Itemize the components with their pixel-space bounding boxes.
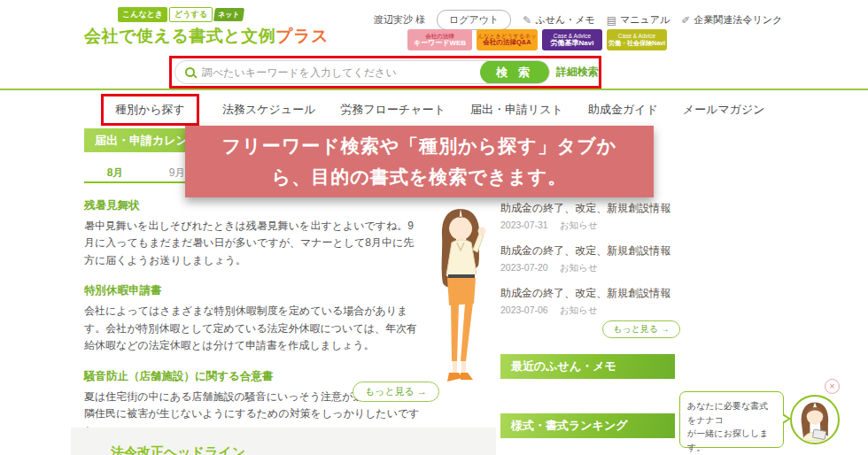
manual-icon: ▤ xyxy=(607,14,616,27)
logout-button[interactable]: ログアウト xyxy=(437,10,511,30)
news-more-button[interactable]: もっと見る → xyxy=(602,320,680,338)
news-title[interactable]: 助成金の終了、改定、新規創設情報 xyxy=(500,243,675,258)
nav-tab-legal-schedule[interactable]: 法務スケジュール xyxy=(222,93,316,127)
nav-tab-search-by-type[interactable]: 種別から探す xyxy=(101,94,199,126)
news-category: お知らせ xyxy=(560,305,598,315)
quick-link-manual-label: マニュアル xyxy=(620,13,670,27)
service-button-keyword-web[interactable]: 会社の法律 キーワードWEB xyxy=(407,29,472,50)
service-button-line2: 労働基準Navi xyxy=(551,39,594,47)
news-category: お知らせ xyxy=(560,262,598,273)
service-button-line2: 会社の法律Q&A xyxy=(483,39,531,47)
quick-link-law-label: 企業関連法令リンク xyxy=(694,13,782,27)
footer-headline: 法令改正ヘッドライン xyxy=(111,444,245,455)
service-button-line1: 会社の法律 xyxy=(425,33,454,39)
user-row: 渡辺実沙 様 ログアウト ✎ ふせん・メモ ▤ マニュアル ✐ 企業関連法令リン… xyxy=(374,10,782,30)
news-list: 助成金の終了、改定、新規創設情報 2023-07-31 お知らせ 助成金の終了、… xyxy=(500,201,675,328)
search-button[interactable]: 検 索 xyxy=(480,60,549,84)
logo-badge: こんなとき どうする ネット xyxy=(118,7,329,22)
quick-link-fusen[interactable]: ✎ ふせん・メモ xyxy=(523,13,594,27)
quick-link-fusen-label: ふせん・メモ xyxy=(535,13,594,27)
assistant-bubble-line2: が一緒にお探しします。 xyxy=(687,427,776,454)
nav-tab-labor-flowchart[interactable]: 労務フローチャート xyxy=(340,93,446,127)
advanced-search-link[interactable]: 詳細検索 xyxy=(556,65,599,80)
header-separator xyxy=(0,89,868,90)
service-button-line2: 労働・社会保険Navi xyxy=(608,40,665,47)
tutorial-overlay-line2: ら、目的の書式を検索できます。 xyxy=(272,162,567,193)
news-date: 2023-07-31 xyxy=(500,220,548,230)
site-title-main: 会社で使える書式と文例 xyxy=(84,27,275,45)
quick-link-law[interactable]: ✐ 企業関連法令リンク xyxy=(681,13,782,27)
entry-body: 暑中見舞いを出しそびれたときは残暑見舞いを出すとよいですね。9月に入ってもまだま… xyxy=(84,218,421,269)
site-logo[interactable]: こんなとき どうする ネット 会社で使える書式と文例プラス xyxy=(84,7,329,48)
woman-illustration xyxy=(423,204,498,395)
service-button-insurance-navi[interactable]: Case & Advice 労働・社会保険Navi xyxy=(607,29,667,50)
assistant-bubble-line1: あなたに必要な書式をナナコ xyxy=(687,399,776,427)
page: こんなとき どうする ネット 会社で使える書式と文例プラス 渡辺実沙 様 ログア… xyxy=(0,0,868,455)
news-date: 2023-07-20 xyxy=(500,262,548,273)
footer-section: 法令改正ヘッドライン xyxy=(71,428,496,455)
calendar-entry: 特別休暇申請書 会社によってはさまざまな特別休暇制度を定めている場合があります。… xyxy=(84,283,421,354)
calendar-entry: 残暑見舞状 暑中見舞いを出しそびれたときは残暑見舞いを出すとよいですね。9月に入… xyxy=(84,198,421,269)
service-buttons: 会社の法律 キーワードWEB こんなときどうするネット 会社の法律Q&A Cas… xyxy=(407,29,667,50)
entry-title[interactable]: 特別休暇申請書 xyxy=(84,283,421,298)
entry-title[interactable]: 残暑見舞状 xyxy=(84,198,421,213)
sidebar-banner-fusen: 最近のふせん・メモ xyxy=(500,354,675,379)
month-tab-august[interactable]: 8月 xyxy=(84,162,146,181)
user-name: 渡辺実沙 様 xyxy=(374,13,425,27)
news-title[interactable]: 助成金の終了、改定、新規創設情報 xyxy=(500,201,675,216)
site-title: 会社で使える書式と文例プラス xyxy=(84,25,329,48)
news-category: お知らせ xyxy=(560,220,598,230)
search-annotation-box: 検 索 詳細検索 xyxy=(169,56,601,89)
nav-tab-mail-magazine[interactable]: メールマガジン xyxy=(683,93,765,127)
close-icon[interactable]: × xyxy=(825,379,840,394)
nav-tab-application-list[interactable]: 届出・申請リスト xyxy=(470,93,563,127)
service-button-line1: Case & Advice xyxy=(618,33,655,39)
search-bar: 検 索 xyxy=(174,60,550,84)
service-button-law-qa[interactable]: こんなときどうするネット 会社の法律Q&A xyxy=(477,29,538,50)
news-meta: 2023-07-31 お知らせ xyxy=(500,220,675,232)
entry-body: 会社によってはさまざまな特別休暇制度を定めている場合があります。会社が特別休暇と… xyxy=(84,303,421,354)
site-title-accent: プラス xyxy=(275,27,329,45)
quick-link-manual[interactable]: ▤ マニュアル xyxy=(607,13,670,27)
service-button-line2: キーワードWEB xyxy=(414,39,466,47)
news-item: 助成金の終了、改定、新規創設情報 2023-07-20 お知らせ xyxy=(500,243,675,274)
logo-badge-part3: ネット xyxy=(213,8,244,21)
news-date: 2023-07-06 xyxy=(500,305,548,315)
tutorial-overlay-line1: フリーワード検索や「種別から探す」タブか xyxy=(222,131,616,162)
assistant-avatar[interactable] xyxy=(790,395,840,444)
news-meta: 2023-07-06 お知らせ xyxy=(500,305,675,317)
search-input[interactable] xyxy=(202,66,480,79)
sidebar-banner-ranking: 様式・書式ランキング xyxy=(500,413,675,438)
memo-icon: ✎ xyxy=(523,14,531,27)
service-button-labor-navi[interactable]: Case & Advice 労働基準Navi xyxy=(542,29,602,50)
law-link-icon: ✐ xyxy=(681,14,690,27)
assistant-speech-bubble[interactable]: あなたに必要な書式をナナコ が一緒にお探しします。 こちらをクリック！ xyxy=(679,391,784,448)
main-nav: 種別から探す 法務スケジュール 労務フローチャート 届出・申請リスト 助成金ガイ… xyxy=(101,93,790,127)
service-button-line1: Case & Advice xyxy=(554,33,591,39)
nav-tab-subsidy-guide[interactable]: 助成金ガイド xyxy=(588,93,658,127)
news-title[interactable]: 助成金の終了、改定、新規創設情報 xyxy=(500,286,675,301)
logo-badge-part2: どうする xyxy=(169,7,213,22)
calendar-entries: 残暑見舞状 暑中見舞いを出しそびれたときは残暑見舞いを出すとよいですね。9月に入… xyxy=(84,198,421,454)
search-icon xyxy=(185,67,195,77)
news-item: 助成金の終了、改定、新規創設情報 2023-07-31 お知らせ xyxy=(500,201,675,232)
news-meta: 2023-07-20 お知らせ xyxy=(500,262,675,274)
logo-badge-part1: こんなとき xyxy=(118,7,167,22)
news-item: 助成金の終了、改定、新規創設情報 2023-07-06 お知らせ xyxy=(500,286,675,317)
tutorial-overlay: フリーワード検索や「種別から探す」タブか ら、目的の書式を検索できます。 xyxy=(185,126,654,197)
